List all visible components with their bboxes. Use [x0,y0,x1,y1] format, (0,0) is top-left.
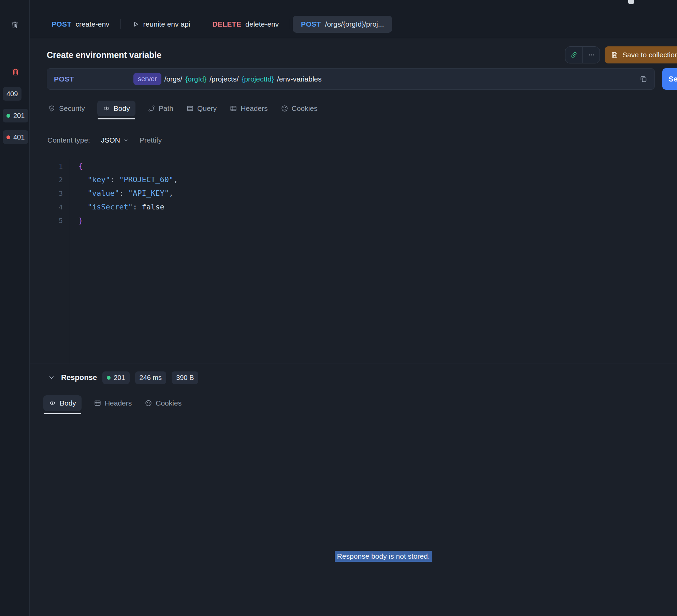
request-tab-security[interactable]: Security [47,101,86,116]
response-title: Response [61,373,97,382]
request-header: Create environment variable Save to coll… [30,38,677,63]
status-code: 401 [13,133,25,141]
tab-label: create-env [75,20,109,28]
sidebar-request-status[interactable]: 409 [3,87,21,101]
url-segment: {projectId} [242,75,274,83]
more-options-button[interactable] [582,47,600,63]
line-number: 4 [30,200,63,214]
code-line: } [78,214,178,228]
open-tab-delete-env[interactable]: DELETEdelete-env [204,16,287,33]
tab-divider [120,19,121,29]
open-tab-reunite-env-api[interactable]: reunite env api [124,16,199,33]
tab-label: Security [59,104,85,113]
response-empty-message: Response body is not stored. [335,551,432,562]
chevron-down-icon[interactable] [47,373,56,382]
prettify-button[interactable]: Prettify [140,136,162,144]
send-button[interactable]: Send [662,68,677,90]
code-line: "key": "PROJECT_60", [78,173,178,187]
request-tabs: SecurityBodyPathQueryHeadersCookies [30,101,677,116]
save-button-label: Save to collection [622,51,677,59]
tab-method: DELETE [212,20,241,28]
open-tab-orgs-orgid-proj[interactable]: POST/orgs/{orgId}/proj... [293,16,392,33]
request-tab-cookies[interactable]: Cookies [280,101,318,116]
status-code: 201 [13,112,25,120]
body-editor[interactable]: 12345 { "key": "PROJECT_60", "value": "A… [30,159,677,364]
url-bar[interactable]: POST server /orgs/{orgId}/projects/{proj… [47,68,655,90]
send-button-label: Send [668,75,677,84]
play-icon [132,20,139,28]
trash-icon[interactable] [11,68,20,77]
top-right-sliver [628,0,634,4]
response-tab-body[interactable]: Body [43,395,82,411]
tab-label: Headers [105,399,132,407]
sidebar-request-status[interactable]: 401 [3,130,28,144]
status-code: 409 [6,90,18,98]
copy-icon[interactable] [639,75,648,83]
request-tab-headers[interactable]: Headers [229,101,268,116]
copy-link-button[interactable] [565,47,582,63]
trash-icon[interactable] [10,20,19,30]
line-number: 3 [30,187,63,200]
tab-label: reunite env api [143,20,190,28]
base-url-chip[interactable]: server [133,73,161,85]
status-dot [107,376,111,380]
tab-divider [290,19,290,29]
save-to-collection-button[interactable]: Save to collection [605,46,677,63]
response-tabs: BodyHeadersCookies [30,395,677,411]
chevron-down-icon [123,137,129,143]
code-line: "value": "API_KEY", [78,187,178,200]
tab-method: POST [52,20,71,28]
status-dot [6,114,10,118]
response-header: Response 201 246 ms 390 B [30,364,677,385]
cookie-icon [281,105,288,112]
url-path: /orgs/{orgId}/projects/{projectId}/env-v… [164,75,322,83]
link-actions-group [565,46,600,63]
tab-bar: POSTcreate-envreunite env apiDELETEdelet… [30,0,677,38]
sidebar-request-status[interactable]: 201 [3,109,28,122]
open-tab-create-env[interactable]: POSTcreate-env [43,16,118,33]
tab-divider [201,19,201,29]
url-segment: {orgId} [185,75,206,83]
tab-label: Cookies [292,104,318,113]
response-tab-headers[interactable]: Headers [93,395,132,411]
line-number: 5 [30,214,63,228]
size-badge: 390 B [172,371,198,384]
code-icon [103,105,110,112]
content-type-select[interactable]: JSON [101,136,129,144]
status-dot [6,135,10,139]
tab-label: /orgs/{orgId}/proj... [325,20,384,28]
tab-label: Body [60,399,76,407]
line-number: 2 [30,173,63,187]
query-icon [186,105,194,112]
request-tab-path[interactable]: Path [147,101,174,116]
line-number-gutter: 12345 [30,159,69,364]
line-number: 1 [30,159,63,173]
save-icon [611,51,618,59]
url-row: POST server /orgs/{orgId}/projects/{proj… [30,68,677,90]
app-window: 409201401 POSTcreate-envreunite env apiD… [0,0,677,616]
tab-label: Query [197,104,217,113]
grid-icon [94,399,101,407]
duration-badge: 246 ms [135,371,167,384]
content-type-value: JSON [101,136,120,144]
content-type-label: Content type: [47,136,90,144]
tab-label: Cookies [156,399,182,407]
status-code: 201 [114,374,125,382]
route-icon [148,105,155,112]
method-label[interactable]: POST [54,75,133,83]
main-panel: POSTcreate-envreunite env apiDELETEdelet… [30,0,677,616]
tab-label: Body [114,104,130,113]
grid-icon [230,105,237,112]
url-segment: /projects/ [210,75,239,83]
code-line: { [78,159,178,173]
content-type-row: Content type: JSON Prettify [30,136,677,144]
response-body-area: Response body is not stored. [30,411,677,616]
tab-method: POST [301,20,321,28]
page-title: Create environment variable [47,50,161,60]
request-tab-query[interactable]: Query [186,101,217,116]
tab-label: Path [159,104,173,113]
tab-label: delete-env [245,20,279,28]
url-segment: /orgs/ [164,75,183,83]
response-tab-cookies[interactable]: Cookies [144,395,182,411]
request-tab-body[interactable]: Body [97,101,135,116]
